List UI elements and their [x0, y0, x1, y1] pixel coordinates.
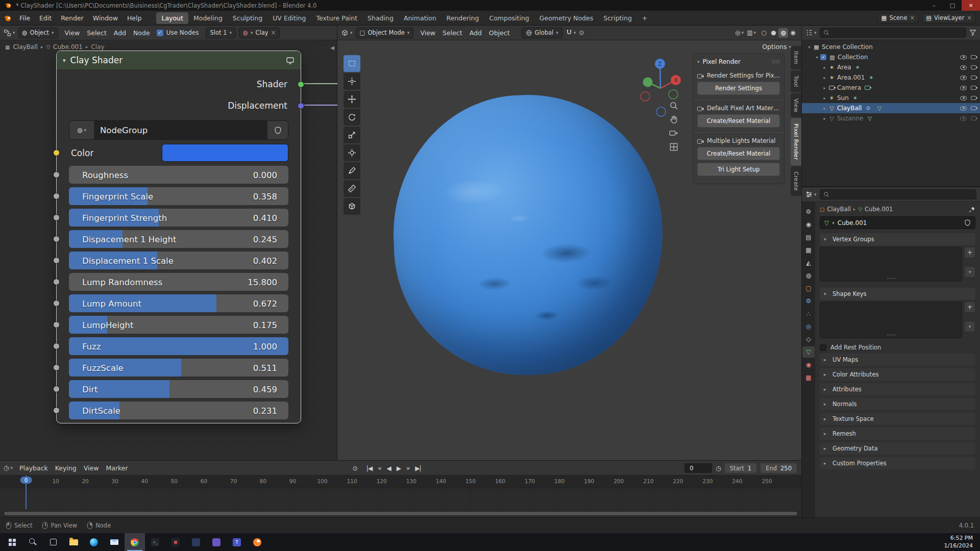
taskbar-app-1-icon[interactable]: >_	[145, 533, 165, 551]
mode-dropdown[interactable]: ▢ Object Mode ▾	[356, 28, 414, 38]
breadcrumb-item[interactable]: ClayBall	[827, 206, 850, 213]
subpanel-heading[interactable]: Render Settings for Pix...	[697, 72, 780, 79]
specials-menu-button[interactable]: ▾	[964, 266, 975, 278]
menu-node[interactable]: Node	[130, 28, 154, 38]
disable-in-render-icon[interactable]	[971, 65, 976, 69]
add-item-button[interactable]: +	[964, 247, 975, 258]
taskbar-file-explorer-icon[interactable]	[63, 533, 84, 551]
tool-measure[interactable]	[344, 180, 360, 197]
color-input-socket[interactable]	[53, 149, 60, 156]
properties-tab-object[interactable]: ▢	[802, 283, 815, 294]
hide-in-viewport-icon[interactable]	[960, 96, 967, 101]
end-frame-field[interactable]: End 250	[760, 463, 797, 473]
overlays-dropdown-icon[interactable]: ▥▾	[747, 29, 756, 36]
taskbar-app-4-icon[interactable]	[206, 533, 227, 551]
properties-tab-view-layer[interactable]: ▦	[802, 244, 815, 256]
slot-dropdown[interactable]: Slot 1 ▾	[206, 28, 236, 38]
menu-view[interactable]: View	[80, 463, 103, 473]
node-slider-fingerprint-scale[interactable]: Fingerprint Scale 0.358	[69, 187, 288, 205]
prev-keyframe-button[interactable]: «	[378, 465, 381, 472]
node-header[interactable]: ▾ Clay Shader	[57, 51, 301, 69]
panel-color-attributes[interactable]: ▸ Color Attributes	[820, 368, 975, 381]
menu-view[interactable]: View	[416, 28, 439, 38]
camera-view-icon[interactable]	[669, 129, 678, 138]
tool-move[interactable]	[344, 91, 360, 108]
sidebar-tab-view[interactable]: View	[791, 93, 801, 117]
next-keyframe-button[interactable]: »	[406, 465, 409, 472]
properties-tab-object-data[interactable]: ▽	[802, 346, 815, 358]
input-socket[interactable]	[53, 214, 60, 221]
add-workspace-tab[interactable]: +	[637, 12, 652, 24]
menu-select[interactable]: Select	[439, 28, 466, 38]
properties-tab-tool[interactable]: ⚙	[802, 206, 815, 217]
tool-scale[interactable]	[344, 127, 360, 143]
snap-magnet-icon[interactable]: ▾	[566, 29, 576, 36]
tool-rotate[interactable]	[344, 109, 360, 126]
zoom-icon[interactable]	[669, 101, 678, 110]
menu-view[interactable]: View	[61, 28, 84, 38]
input-socket[interactable]	[53, 343, 60, 349]
tool-add-cube[interactable]	[344, 198, 360, 215]
taskbar-blender-icon[interactable]	[247, 533, 267, 551]
disable-in-render-icon[interactable]	[971, 96, 976, 100]
disable-in-render-icon[interactable]	[971, 86, 976, 90]
workspace-tab-modeling[interactable]: Modeling	[188, 12, 228, 24]
clay-shader-node[interactable]: ▾ Clay Shader Shader Displacement ◍▾ Nod…	[56, 51, 301, 423]
timeline-editor[interactable]: ◷▾ PlaybackKeyingViewMarker ⊙ |◀ « ◀ ▶ »…	[0, 460, 802, 517]
disclosure-icon[interactable]: ▸	[821, 96, 828, 101]
outliner-search-input[interactable]	[820, 28, 966, 38]
shading-material-icon[interactable]: ◍	[778, 28, 788, 38]
workspace-tab-rendering[interactable]: Rendering	[442, 12, 484, 24]
current-frame-field[interactable]: 0	[684, 463, 713, 473]
remove-viewlayer-icon[interactable]: ×	[967, 14, 972, 21]
node-slider-lump-randomness[interactable]: Lump Randomness 15.800	[69, 273, 288, 291]
node-slider-roughness[interactable]: Roughness 0.000	[69, 166, 288, 184]
taskbar-app-3-icon[interactable]	[186, 533, 206, 551]
hide-in-viewport-icon[interactable]	[960, 76, 967, 80]
jump-to-end-button[interactable]: ▶|	[415, 465, 421, 472]
disable-in-render-icon[interactable]	[971, 55, 976, 59]
input-socket[interactable]	[53, 321, 60, 328]
panel-uv-maps[interactable]: ▸ UV Maps	[820, 354, 975, 366]
input-socket[interactable]	[53, 407, 60, 414]
workspace-tab-sculpting[interactable]: Sculpting	[228, 12, 267, 24]
pin-icon[interactable]	[969, 206, 975, 213]
filter-icon[interactable]	[969, 29, 976, 36]
hide-in-viewport-icon[interactable]	[960, 86, 967, 90]
properties-tab-constraints[interactable]: ◇	[802, 334, 815, 345]
breadcrumb-item[interactable]: Cube.001	[53, 43, 83, 51]
input-socket[interactable]	[53, 193, 60, 199]
disclosure-icon[interactable]: ▸	[821, 116, 828, 121]
unlink-scene-icon[interactable]: ×	[910, 14, 915, 21]
taskbar-chrome-icon[interactable]	[125, 533, 145, 551]
panel-attributes[interactable]: ▸ Attributes	[820, 383, 975, 395]
disable-in-render-icon[interactable]	[971, 76, 976, 80]
timeline-track[interactable]	[0, 488, 801, 509]
workspace-tab-texture-paint[interactable]: Texture Paint	[311, 12, 362, 24]
start-frame-field[interactable]: Start 1	[724, 463, 757, 473]
node-slider-dirt[interactable]: Dirt 0.459	[69, 380, 288, 398]
properties-tab-modifiers[interactable]: ⚙	[802, 295, 815, 307]
add-rest-position-row[interactable]: ✓ Add Rest Position	[820, 344, 975, 351]
node-slider-fuzz[interactable]: Fuzz 1.000	[69, 337, 288, 355]
shader-type-dropdown[interactable]: ◍ Object ▾	[18, 28, 58, 38]
taskbar-clock[interactable]: 6:52 PM 1/16/2024	[944, 535, 980, 549]
input-socket[interactable]	[53, 364, 60, 371]
blender-menu-icon[interactable]	[4, 14, 12, 22]
output-socket[interactable]	[298, 103, 304, 109]
collapse-panel-icon[interactable]: ▾	[697, 59, 700, 64]
tool-annotate[interactable]	[344, 162, 360, 179]
hide-in-viewport-icon[interactable]	[960, 106, 967, 111]
output-socket[interactable]	[298, 81, 304, 88]
orientation-dropdown[interactable]: Global ▾	[522, 28, 562, 38]
input-socket[interactable]	[53, 279, 60, 285]
create-reset-material-button[interactable]: Create/Reset Material	[697, 147, 780, 160]
workspace-tab-scripting[interactable]: Scripting	[598, 12, 637, 24]
workspace-tab-animation[interactable]: Animation	[399, 12, 442, 24]
disable-in-render-icon[interactable]	[971, 116, 976, 120]
play-button[interactable]: ▶	[397, 465, 401, 472]
disable-in-render-icon[interactable]	[971, 106, 976, 110]
workspace-tab-uv-editing[interactable]: UV Editing	[267, 12, 311, 24]
sidebar-tab-create[interactable]: Create	[791, 166, 801, 196]
viewlayer-selector[interactable]: ▤ ViewLayer ×	[922, 13, 976, 23]
